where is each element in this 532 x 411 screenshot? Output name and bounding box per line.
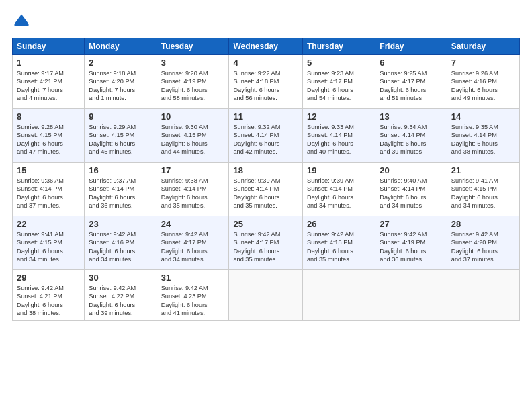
day-info: Sunrise: 9:42 AM Sunset: 4:16 PM Dayligh… [89, 230, 152, 264]
calendar-cell: 14Sunrise: 9:35 AM Sunset: 4:14 PM Dayli… [447, 109, 519, 163]
calendar-week-row: 22Sunrise: 9:41 AM Sunset: 4:15 PM Dayli… [13, 216, 520, 270]
day-info: Sunrise: 9:41 AM Sunset: 4:15 PM Dayligh… [17, 230, 80, 264]
calendar-cell: 8Sunrise: 9:28 AM Sunset: 4:15 PM Daylig… [13, 109, 85, 163]
day-info: Sunrise: 9:20 AM Sunset: 4:19 PM Dayligh… [161, 69, 225, 103]
calendar-cell: 5Sunrise: 9:23 AM Sunset: 4:17 PM Daylig… [303, 55, 375, 109]
day-info: Sunrise: 9:42 AM Sunset: 4:17 PM Dayligh… [233, 230, 298, 264]
day-number: 11 [233, 111, 298, 122]
day-info: Sunrise: 9:29 AM Sunset: 4:15 PM Dayligh… [89, 123, 152, 156]
calendar-week-row: 8Sunrise: 9:28 AM Sunset: 4:15 PM Daylig… [13, 109, 520, 163]
calendar-week-row: 29Sunrise: 9:42 AM Sunset: 4:21 PM Dayli… [13, 270, 520, 321]
day-number: 4 [233, 58, 298, 68]
calendar-cell: 4Sunrise: 9:22 AM Sunset: 4:18 PM Daylig… [229, 55, 303, 109]
day-info: Sunrise: 9:39 AM Sunset: 4:14 PM Dayligh… [307, 177, 371, 210]
day-info: Sunrise: 9:38 AM Sunset: 4:14 PM Dayligh… [161, 177, 225, 210]
day-info: Sunrise: 9:42 AM Sunset: 4:17 PM Dayligh… [161, 230, 225, 264]
day-info: Sunrise: 9:33 AM Sunset: 4:14 PM Dayligh… [307, 123, 371, 156]
calendar-table: SundayMondayTuesdayWednesdayThursdayFrid… [12, 38, 520, 321]
calendar-header-row: SundayMondayTuesdayWednesdayThursdayFrid… [13, 38, 520, 55]
calendar-cell [375, 270, 447, 321]
svg-marker-0 [15, 15, 29, 24]
day-number: 29 [17, 273, 80, 283]
day-info: Sunrise: 9:42 AM Sunset: 4:23 PM Dayligh… [161, 284, 225, 318]
col-header-sunday: Sunday [13, 38, 85, 55]
calendar-cell: 3Sunrise: 9:20 AM Sunset: 4:19 PM Daylig… [157, 55, 229, 109]
day-info: Sunrise: 9:28 AM Sunset: 4:15 PM Dayligh… [17, 123, 80, 156]
calendar-cell: 19Sunrise: 9:39 AM Sunset: 4:14 PM Dayli… [303, 163, 375, 216]
day-number: 22 [17, 219, 80, 229]
day-number: 21 [451, 165, 515, 175]
day-info: Sunrise: 9:30 AM Sunset: 4:15 PM Dayligh… [161, 123, 225, 156]
day-info: Sunrise: 9:18 AM Sunset: 4:20 PM Dayligh… [89, 69, 152, 103]
day-info: Sunrise: 9:41 AM Sunset: 4:15 PM Dayligh… [451, 177, 515, 210]
day-number: 23 [89, 219, 152, 229]
day-number: 14 [451, 111, 515, 122]
day-number: 25 [233, 219, 298, 229]
calendar-cell: 20Sunrise: 9:40 AM Sunset: 4:14 PM Dayli… [375, 163, 447, 216]
day-number: 30 [89, 273, 152, 283]
page: SundayMondayTuesdayWednesdayThursdayFrid… [0, 0, 532, 411]
day-number: 15 [17, 165, 80, 175]
calendar-cell: 27Sunrise: 9:42 AM Sunset: 4:19 PM Dayli… [375, 216, 447, 270]
day-info: Sunrise: 9:42 AM Sunset: 4:18 PM Dayligh… [307, 230, 371, 264]
day-info: Sunrise: 9:36 AM Sunset: 4:14 PM Dayligh… [17, 177, 80, 210]
day-number: 20 [380, 165, 443, 175]
logo-icon [12, 12, 31, 31]
header [12, 12, 520, 31]
day-info: Sunrise: 9:25 AM Sunset: 4:17 PM Dayligh… [380, 69, 443, 103]
calendar-cell: 24Sunrise: 9:42 AM Sunset: 4:17 PM Dayli… [157, 216, 229, 270]
day-number: 17 [161, 165, 225, 175]
day-info: Sunrise: 9:40 AM Sunset: 4:14 PM Dayligh… [380, 177, 443, 210]
day-number: 28 [451, 219, 515, 229]
day-number: 1 [17, 58, 80, 68]
day-number: 31 [161, 273, 225, 283]
col-header-thursday: Thursday [303, 38, 375, 55]
calendar-cell: 12Sunrise: 9:33 AM Sunset: 4:14 PM Dayli… [303, 109, 375, 163]
calendar-cell: 30Sunrise: 9:42 AM Sunset: 4:22 PM Dayli… [85, 270, 157, 321]
day-number: 12 [307, 111, 371, 122]
day-info: Sunrise: 9:35 AM Sunset: 4:14 PM Dayligh… [451, 123, 515, 156]
calendar-cell: 1Sunrise: 9:17 AM Sunset: 4:21 PM Daylig… [13, 55, 85, 109]
calendar-cell: 28Sunrise: 9:42 AM Sunset: 4:20 PM Dayli… [447, 216, 519, 270]
day-number: 13 [380, 111, 443, 122]
calendar-cell: 11Sunrise: 9:32 AM Sunset: 4:14 PM Dayli… [229, 109, 303, 163]
day-number: 24 [161, 219, 225, 229]
calendar-cell: 15Sunrise: 9:36 AM Sunset: 4:14 PM Dayli… [13, 163, 85, 216]
calendar-cell: 2Sunrise: 9:18 AM Sunset: 4:20 PM Daylig… [85, 55, 157, 109]
day-number: 27 [380, 219, 443, 229]
day-info: Sunrise: 9:42 AM Sunset: 4:22 PM Dayligh… [89, 284, 152, 318]
svg-rect-1 [15, 24, 29, 27]
day-info: Sunrise: 9:23 AM Sunset: 4:17 PM Dayligh… [307, 69, 371, 103]
calendar-cell: 18Sunrise: 9:39 AM Sunset: 4:14 PM Dayli… [229, 163, 303, 216]
day-info: Sunrise: 9:26 AM Sunset: 4:16 PM Dayligh… [451, 69, 515, 103]
calendar-cell: 31Sunrise: 9:42 AM Sunset: 4:23 PM Dayli… [157, 270, 229, 321]
calendar-cell: 22Sunrise: 9:41 AM Sunset: 4:15 PM Dayli… [13, 216, 85, 270]
day-number: 8 [17, 111, 80, 122]
day-number: 2 [89, 58, 152, 68]
calendar-week-row: 15Sunrise: 9:36 AM Sunset: 4:14 PM Dayli… [13, 163, 520, 216]
day-info: Sunrise: 9:42 AM Sunset: 4:19 PM Dayligh… [380, 230, 443, 264]
calendar-cell: 9Sunrise: 9:29 AM Sunset: 4:15 PM Daylig… [85, 109, 157, 163]
day-info: Sunrise: 9:32 AM Sunset: 4:14 PM Dayligh… [233, 123, 298, 156]
calendar-cell: 21Sunrise: 9:41 AM Sunset: 4:15 PM Dayli… [447, 163, 519, 216]
day-info: Sunrise: 9:37 AM Sunset: 4:14 PM Dayligh… [89, 177, 152, 210]
calendar-week-row: 1Sunrise: 9:17 AM Sunset: 4:21 PM Daylig… [13, 55, 520, 109]
day-info: Sunrise: 9:42 AM Sunset: 4:20 PM Dayligh… [451, 230, 515, 264]
day-number: 26 [307, 219, 371, 229]
day-number: 7 [451, 58, 515, 68]
col-header-saturday: Saturday [447, 38, 519, 55]
day-number: 5 [307, 58, 371, 68]
day-number: 18 [233, 165, 298, 175]
day-number: 6 [380, 58, 443, 68]
logo [12, 12, 34, 31]
calendar-cell: 25Sunrise: 9:42 AM Sunset: 4:17 PM Dayli… [229, 216, 303, 270]
day-info: Sunrise: 9:17 AM Sunset: 4:21 PM Dayligh… [17, 69, 80, 103]
day-number: 9 [89, 111, 152, 122]
calendar-cell: 6Sunrise: 9:25 AM Sunset: 4:17 PM Daylig… [375, 55, 447, 109]
day-number: 3 [161, 58, 225, 68]
calendar-cell: 17Sunrise: 9:38 AM Sunset: 4:14 PM Dayli… [157, 163, 229, 216]
calendar-cell: 23Sunrise: 9:42 AM Sunset: 4:16 PM Dayli… [85, 216, 157, 270]
calendar-cell: 13Sunrise: 9:34 AM Sunset: 4:14 PM Dayli… [375, 109, 447, 163]
day-number: 16 [89, 165, 152, 175]
day-number: 10 [161, 111, 225, 122]
